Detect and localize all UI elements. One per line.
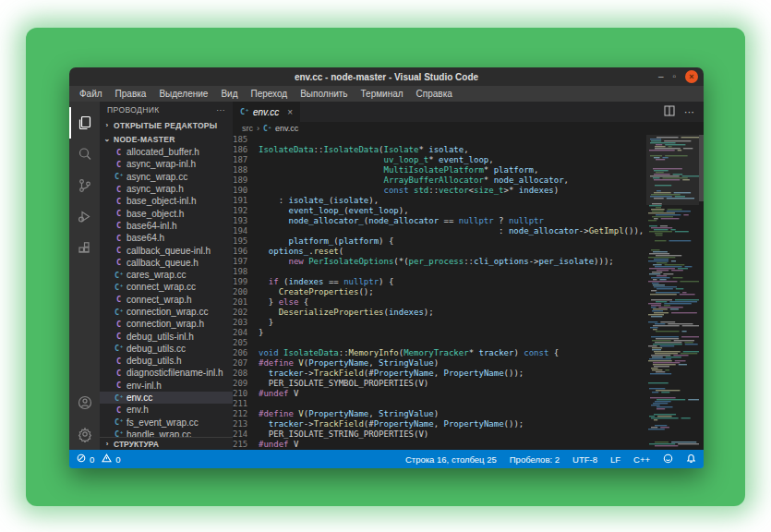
file-item-base_object-inl.h[interactable]: Cbase_object-inl.h [100, 195, 233, 207]
split-editor-icon[interactable] [664, 103, 675, 120]
menu-item-правка[interactable]: Правка [109, 89, 153, 99]
run-debug-icon[interactable] [69, 201, 100, 233]
code-line[interactable]: 189 ArrayBufferAllocator* node_allocator… [233, 175, 646, 186]
source-control-icon[interactable] [69, 170, 100, 201]
code-line[interactable]: 192 event_loop_(event_loop), [233, 206, 646, 216]
file-item-handle_wrap.cc[interactable]: C⁺handle_wrap.cc [100, 429, 233, 437]
menu-item-вид[interactable]: Вид [214, 89, 244, 99]
section-open-editors[interactable]: › ОТКРЫТЫЕ РЕДАКТОРЫ [100, 118, 233, 132]
code-line[interactable]: 200 CreateProperties(); [233, 287, 646, 297]
file-item-connection_wrap.cc[interactable]: C⁺connection_wrap.cc [100, 306, 233, 318]
more-actions-icon[interactable]: ⋯ [684, 106, 694, 118]
file-item-env-inl.h[interactable]: Cenv-inl.h [100, 380, 233, 392]
code-line[interactable]: 214 PER_ISOLATE_STRING_PROPERTIES(V) [233, 429, 646, 440]
status-encoding[interactable]: UTF-8 [572, 454, 597, 465]
code-line[interactable]: 201 } else { [233, 297, 646, 308]
code-line[interactable]: 190 const std::vector<size_t>* indexes) [233, 186, 646, 196]
feedback-icon[interactable] [663, 453, 673, 466]
code-line[interactable]: 202 DeserializeProperties(indexes); [233, 308, 646, 318]
code-line[interactable]: 211 [233, 399, 646, 409]
section-root-folder[interactable]: ⌄ NODE-MASTER [100, 132, 233, 146]
code-line[interactable]: 188 MultiIsolatePlatform* platform, [233, 165, 646, 175]
minimize-button[interactable]: – [658, 72, 664, 81]
code-line[interactable]: 205 [233, 338, 646, 348]
extensions-icon[interactable] [69, 233, 100, 264]
file-item-async_wrap.h[interactable]: Casync_wrap.h [100, 183, 233, 195]
menu-item-переход[interactable]: Переход [244, 89, 294, 99]
menu-item-терминал[interactable]: Терминал [355, 89, 410, 99]
code-line[interactable]: 204} [233, 328, 646, 338]
code-line[interactable]: 206void IsolateData::MemoryInfo(MemoryTr… [233, 348, 646, 358]
cpp-file-icon: C⁺ [114, 308, 123, 317]
menu-item-файл[interactable]: Файл [73, 89, 109, 99]
code-line[interactable]: 208 tracker->TrackField(#PropertyName, P… [233, 369, 646, 379]
bell-icon[interactable] [686, 453, 696, 466]
code-line[interactable]: 212#define V(PropertyName, StringValue) [233, 409, 646, 419]
file-item-diagnosticfilename-inl.h[interactable]: Cdiagnosticfilename-inl.h [100, 367, 233, 379]
menu-item-выполнить[interactable]: Выполнить [294, 89, 354, 99]
menu-item-справка[interactable]: Справка [410, 89, 459, 99]
explorer-more-icon[interactable]: ··· [216, 105, 225, 115]
code-line[interactable]: 195 platform_(platform) { [233, 236, 646, 247]
code-line[interactable]: 210#undef V [233, 389, 646, 399]
file-item-cares_wrap.cc[interactable]: C⁺cares_wrap.cc [100, 269, 233, 281]
title-bar[interactable]: env.cc - node-master - Visual Studio Cod… [69, 67, 704, 86]
file-item-fs_event_wrap.cc[interactable]: C⁺fs_event_wrap.cc [100, 417, 233, 429]
file-item-callback_queue-inl.h[interactable]: Ccallback_queue-inl.h [100, 244, 233, 256]
minimap[interactable] [646, 135, 699, 450]
code-line[interactable]: 187 uv_loop_t* event_loop, [233, 155, 646, 165]
settings-icon[interactable] [69, 418, 100, 450]
breadcrumb-file[interactable]: env.cc [275, 124, 298, 133]
file-item-connection_wrap.h[interactable]: Cconnection_wrap.h [100, 318, 233, 330]
code-line[interactable]: 194 : node_allocator->GetImpl()), [233, 226, 646, 236]
file-item-debug_utils.cc[interactable]: C⁺debug_utils.cc [100, 343, 233, 355]
code-line[interactable]: 193 node_allocator_(node_allocator == nu… [233, 216, 646, 226]
menu-item-выделение[interactable]: Выделение [152, 89, 214, 99]
account-icon[interactable] [69, 387, 100, 418]
file-item-allocated_buffer.h[interactable]: Callocated_buffer.h [100, 146, 233, 158]
section-outline[interactable]: › СТРУКТУРА [100, 437, 233, 450]
c-header-file-icon: C [114, 160, 123, 169]
status-eol[interactable]: LF [610, 454, 620, 465]
tab-close-icon[interactable]: × [287, 107, 293, 117]
file-item-base64.h[interactable]: Cbase64.h [100, 232, 233, 244]
maximize-button[interactable]: ▫ [672, 72, 676, 81]
status-cursor-position[interactable]: Строка 16, столбец 25 [405, 454, 497, 465]
file-item-env.cc[interactable]: C⁺env.cc [100, 392, 233, 404]
file-item-debug_utils-inl.h[interactable]: Cdebug_utils-inl.h [100, 330, 233, 342]
minimap-viewport[interactable] [646, 135, 699, 205]
code-line[interactable]: 191 : isolate_(isolate), [233, 196, 646, 206]
breadcrumb-folder[interactable]: src [242, 124, 253, 133]
status-indentation[interactable]: Пробелов: 2 [510, 454, 560, 465]
file-item-connect_wrap.cc[interactable]: C⁺connect_wrap.cc [100, 281, 233, 293]
file-item-async_wrap.cc[interactable]: C⁺async_wrap.cc [100, 171, 233, 183]
tab-env-cc[interactable]: C⁺ env.cc × [233, 102, 301, 122]
scrollbar-thumb[interactable] [699, 135, 704, 201]
code-line[interactable]: 186IsolateData::IsolateData(Isolate* iso… [233, 145, 646, 155]
code-line[interactable]: 213 tracker->TrackField(#PropertyName, P… [233, 419, 646, 429]
search-icon[interactable] [69, 139, 100, 170]
editor-scrollbar[interactable] [699, 135, 704, 450]
code-line[interactable]: 197 new PerIsolateOptions(*(per_process:… [233, 257, 646, 267]
code-line[interactable]: 196 options_.reset( [233, 247, 646, 257]
explorer-icon[interactable] [69, 107, 100, 139]
file-item-async_wrap-inl.h[interactable]: Casync_wrap-inl.h [100, 158, 233, 170]
breadcrumb[interactable]: src › C⁺ env.cc [233, 122, 704, 135]
file-item-base_object.h[interactable]: Cbase_object.h [100, 207, 233, 219]
code-line[interactable]: 185 [233, 135, 646, 145]
file-item-env.h[interactable]: Cenv.h [100, 404, 233, 416]
file-item-base64-inl.h[interactable]: Cbase64-inl.h [100, 220, 233, 232]
code-line[interactable]: 198 [233, 267, 646, 277]
file-item-debug_utils.h[interactable]: Cdebug_utils.h [100, 355, 233, 367]
code-line[interactable]: 209 PER_ISOLATE_SYMBOL_PROPERTIES(V) [233, 379, 646, 389]
file-item-connect_wrap.h[interactable]: Cconnect_wrap.h [100, 294, 233, 306]
status-language[interactable]: C++ [633, 454, 650, 465]
code-editor[interactable]: 185186IsolateData::IsolateData(Isolate* … [233, 135, 646, 450]
code-line[interactable]: 207#define V(PropertyName, StringValue) [233, 358, 646, 369]
status-problems[interactable]: 0 0 [77, 453, 121, 465]
code-line[interactable]: 203 } [233, 318, 646, 328]
code-line[interactable]: 199 if (indexes == nullptr) { [233, 277, 646, 287]
close-button[interactable]: × [685, 70, 698, 83]
code-line[interactable]: 215#undef V [233, 440, 646, 450]
file-item-callback_queue.h[interactable]: Ccallback_queue.h [100, 257, 233, 269]
